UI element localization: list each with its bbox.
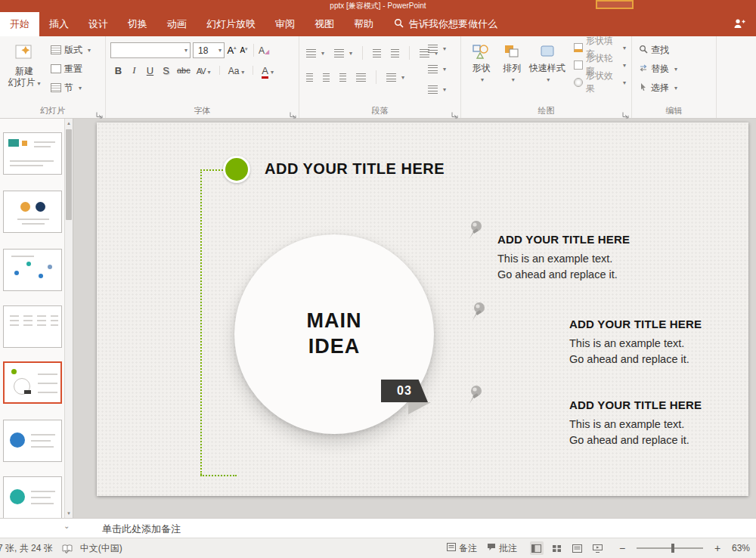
slide-canvas[interactable]: ADD YOUR TITLE HERE MAIN IDEA 03 ADD YOU… <box>97 122 748 496</box>
green-bullet-circle[interactable] <box>223 156 250 183</box>
scroll-up-arrow-icon[interactable]: ▲ <box>65 119 73 128</box>
bullets-button[interactable]: ▾ <box>304 45 327 61</box>
text-direction-button[interactable]: ▾ <box>426 40 448 57</box>
tab-animations[interactable]: 动画 <box>157 12 197 36</box>
new-slide-icon <box>14 43 35 66</box>
character-spacing-button[interactable]: AV▾ <box>197 65 211 76</box>
bold-button[interactable]: B <box>113 65 123 76</box>
decrease-indent-button[interactable] <box>370 45 383 61</box>
shape-effects-icon <box>574 78 583 87</box>
numbering-button[interactable]: ▾ <box>332 45 355 61</box>
zoom-level[interactable]: 63% <box>732 543 750 553</box>
zoom-in-button[interactable]: + <box>713 542 722 554</box>
section-button[interactable]: 节▾ <box>48 79 93 96</box>
slide-thumbnail-2[interactable] <box>3 191 62 233</box>
tab-review[interactable]: 审阅 <box>265 12 305 36</box>
arrange-button[interactable]: 排列 ▾ <box>497 40 528 104</box>
clear-formatting-button[interactable]: A◢ <box>259 45 269 56</box>
item-3-body[interactable]: This is an example text. Go ahead and re… <box>569 417 689 448</box>
decrease-font-size-button[interactable]: A▾ <box>239 46 249 54</box>
tab-view[interactable]: 视图 <box>305 12 344 36</box>
slide-thumbnail-7[interactable] <box>3 476 62 519</box>
pushpin-icon[interactable] <box>469 301 488 322</box>
shapes-button[interactable]: 形状 ▾ <box>466 40 497 104</box>
spellcheck-icon[interactable] <box>62 544 73 553</box>
font-size-combobox[interactable]: 18▾ <box>193 42 225 58</box>
change-case-button[interactable]: Aa▾ <box>228 65 245 76</box>
main-idea-circle[interactable]: MAIN IDEA <box>234 234 434 434</box>
tab-home[interactable]: 开始 <box>0 12 39 36</box>
new-slide-button[interactable]: 新建 幻灯片▾ <box>5 40 44 104</box>
justify-button[interactable] <box>354 69 368 85</box>
language-indicator[interactable]: 中文(中国) <box>80 542 122 555</box>
slides-dialog-launcher[interactable] <box>96 108 104 116</box>
slideshow-view-button[interactable] <box>591 541 605 555</box>
slide-thumbnail-6[interactable] <box>3 420 62 462</box>
zoom-slider[interactable] <box>637 547 703 549</box>
tab-help[interactable]: 帮助 <box>344 12 383 36</box>
align-right-button[interactable] <box>337 69 349 85</box>
titlebar-highlighted-button[interactable] <box>596 0 634 9</box>
select-icon <box>639 82 648 94</box>
bullets-icon <box>306 49 316 57</box>
slide-thumbnail-3[interactable] <box>3 249 62 291</box>
paragraph-dialog-launcher[interactable] <box>451 108 459 116</box>
replace-icon <box>639 64 648 75</box>
select-button[interactable]: 选择▾ <box>637 79 713 96</box>
thumbnail-scrollbar-thumb[interactable] <box>66 129 72 220</box>
tell-me-search[interactable]: 告诉我你想要做什么 <box>383 12 508 36</box>
increase-indent-button[interactable] <box>389 45 401 61</box>
share-button[interactable] <box>723 12 756 36</box>
slide-thumbnail-4[interactable] <box>3 305 62 348</box>
ribbon-group-paragraph: ▾ ▾ ▾ ▾ ▾ ▾ ▾ 段落 <box>299 36 461 118</box>
convert-to-smartart-button[interactable]: ▾ <box>426 81 448 98</box>
align-text-button[interactable]: ▾ <box>426 60 448 77</box>
notes-placeholder[interactable]: 单击此处添加备注 <box>102 522 181 536</box>
slide-title-text[interactable]: ADD YOUR TITLE HERE <box>265 160 445 178</box>
item-2-body[interactable]: This is an example text. Go ahead and re… <box>569 336 689 367</box>
font-color-button[interactable]: A▾ <box>262 65 274 76</box>
pushpin-icon[interactable] <box>466 384 485 405</box>
underline-button[interactable]: U <box>145 65 155 76</box>
font-name-combobox[interactable]: ▾ <box>110 42 191 58</box>
scroll-down-arrow-icon[interactable]: ▼ <box>65 509 73 518</box>
strikethrough-button[interactable]: abc <box>177 66 191 75</box>
quick-styles-button[interactable]: 快速样式 ▾ <box>528 40 567 104</box>
align-center-button[interactable] <box>321 69 332 85</box>
reset-button[interactable]: 重置 <box>48 60 93 77</box>
notes-toggle-button[interactable]: 备注 <box>447 542 477 555</box>
thumbnail-scrollbar[interactable]: ▲ ▼ <box>64 119 73 518</box>
slide-thumbnail-5-current[interactable] <box>3 361 62 404</box>
quick-styles-icon <box>538 43 556 63</box>
item-1-title[interactable]: ADD YOUR TITLE HERE <box>497 233 630 246</box>
zoom-out-button[interactable]: − <box>618 542 627 554</box>
tab-transitions[interactable]: 切换 <box>118 12 157 36</box>
comments-toggle-button[interactable]: 批注 <box>487 542 517 555</box>
slide-thumbnail-1[interactable] <box>3 132 62 175</box>
tab-insert[interactable]: 插入 <box>39 12 79 36</box>
text-shadow-button[interactable]: S <box>161 65 171 76</box>
font-dialog-launcher[interactable] <box>290 108 297 116</box>
arrange-icon <box>503 43 521 63</box>
align-left-button[interactable] <box>304 69 315 85</box>
layout-button[interactable]: 版式▾ <box>48 42 93 58</box>
pushpin-icon[interactable] <box>466 219 485 240</box>
reading-view-button[interactable] <box>571 541 584 555</box>
columns-button[interactable]: ▾ <box>384 69 407 85</box>
item-2-title[interactable]: ADD YOUR TITLE HERE <box>569 318 702 330</box>
increase-font-size-button[interactable]: A▴ <box>227 45 237 56</box>
notes-pane[interactable]: ⌄ 单击此处添加备注 <box>0 518 756 538</box>
normal-view-button[interactable] <box>530 541 544 555</box>
tab-design[interactable]: 设计 <box>79 12 118 36</box>
find-button[interactable]: 查找 <box>637 42 713 58</box>
item-3-title[interactable]: ADD YOUR TITLE HERE <box>569 398 702 411</box>
slide-sorter-view-button[interactable] <box>550 541 564 555</box>
drawing-dialog-launcher[interactable] <box>622 108 630 116</box>
replace-button[interactable]: 替换▾ <box>637 60 713 77</box>
item-1-body[interactable]: This is an example text. Go ahead and re… <box>497 251 618 283</box>
chevron-down-icon[interactable]: ⌄ <box>64 522 70 530</box>
shape-effects-button[interactable]: 形状效果▾ <box>572 75 628 90</box>
tab-slideshow[interactable]: 幻灯片放映 <box>197 12 265 36</box>
italic-button[interactable]: I <box>129 64 139 76</box>
zoom-slider-thumb[interactable] <box>671 544 674 553</box>
